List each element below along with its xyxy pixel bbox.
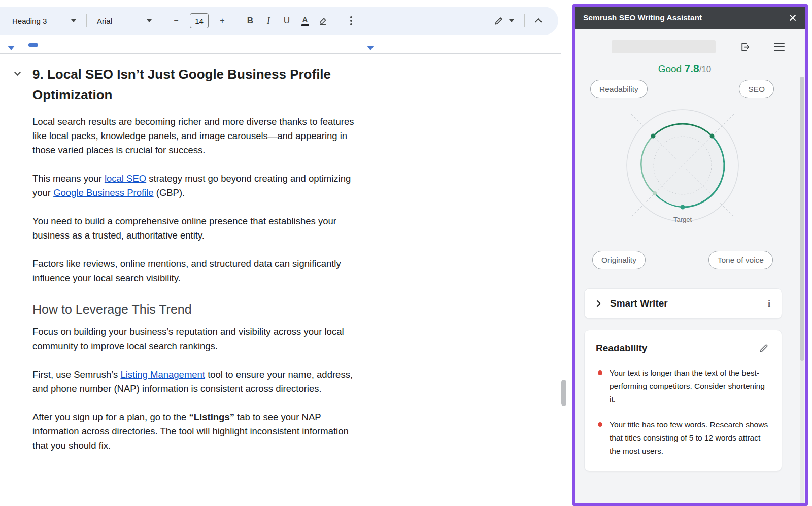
- pill-tone-of-voice[interactable]: Tone of voice: [708, 251, 773, 269]
- paragraph-style-value: Heading 3: [12, 17, 47, 25]
- panel-scrollbar[interactable]: [800, 77, 804, 506]
- readability-header: Readability: [596, 342, 770, 354]
- panel-top-row: [612, 40, 785, 53]
- bold-icon: B: [247, 16, 253, 26]
- doc-text: First, use Semrush’s: [32, 369, 120, 380]
- issue-dot-icon: [598, 422, 602, 427]
- chevron-up-icon: [535, 18, 542, 25]
- doc-paragraph: Local search results are becoming richer…: [32, 115, 365, 157]
- doc-link[interactable]: Google Business Profile: [53, 187, 153, 198]
- more-toolbar-options-button[interactable]: [343, 12, 360, 30]
- doc-paragraph: Focus on building your business’s reputa…: [32, 325, 365, 353]
- doc-paragraph: After you sign up for a plan, go to the …: [32, 410, 365, 453]
- bold-button[interactable]: B: [242, 12, 259, 30]
- doc-text: After you sign up for a plan, go to the: [32, 412, 189, 422]
- toolbar-divider: [524, 14, 525, 27]
- loading-placeholder: [612, 40, 716, 53]
- font-family-value: Arial: [97, 17, 112, 25]
- document-scrollbar-thumb[interactable]: [561, 380, 566, 406]
- smart-writer-title: Smart Writer: [610, 298, 766, 309]
- close-icon[interactable]: [788, 13, 797, 22]
- heading-row: 9. Local SEO Isn’t Just Google Business …: [32, 64, 365, 106]
- doc-text: How to Leverage This Trend: [32, 302, 192, 316]
- document-body: 9. Local SEO Isn’t Just Google Business …: [32, 64, 365, 467]
- doc-heading: 9. Local SEO Isn’t Just Google Business …: [32, 64, 365, 106]
- readability-issue: Your title has too few words. Research s…: [596, 418, 770, 458]
- toolbar-divider: [236, 14, 236, 27]
- left-indent-marker[interactable]: [8, 46, 15, 50]
- docs-toolbar: Heading 3 Arial − 14 + B I U A: [0, 7, 558, 35]
- google-docs-editor: Heading 3 Arial − 14 + B I U A: [0, 0, 572, 506]
- hide-menus-button[interactable]: [530, 12, 547, 30]
- pill-originality[interactable]: Originality: [592, 251, 646, 269]
- doc-paragraph: You need to build a comprehensive online…: [32, 214, 365, 243]
- right-indent-marker[interactable]: [367, 46, 374, 50]
- pencil-icon: [494, 16, 504, 26]
- doc-link[interactable]: local SEO: [105, 173, 146, 184]
- chevron-down-icon: [71, 19, 76, 22]
- doc-blocks: Local search results are becoming richer…: [32, 115, 365, 453]
- doc-text: This means your: [32, 173, 105, 184]
- underline-icon: U: [284, 16, 290, 26]
- score-gauge-zone: Readability SEO: [575, 80, 805, 271]
- screen: Heading 3 Arial − 14 + B I U A: [0, 0, 812, 506]
- italic-button[interactable]: I: [260, 12, 277, 30]
- panel-title: Semrush SEO Writing Assistant: [583, 13, 788, 22]
- panel-scrollbar-thumb[interactable]: [800, 77, 804, 361]
- document-scrollbar[interactable]: [561, 0, 567, 506]
- doc-paragraph: Factors like reviews, online mentions, a…: [32, 257, 365, 285]
- hamburger-menu-button[interactable]: [773, 41, 785, 53]
- first-line-indent-marker[interactable]: [28, 43, 38, 47]
- score-gauge-chart: Target: [619, 102, 746, 229]
- readability-card: Readability Your text is longer than the…: [584, 330, 782, 471]
- underline-button[interactable]: U: [278, 12, 295, 30]
- readability-title: Readability: [596, 343, 758, 354]
- doc-paragraph: This means your local SEO strategy must …: [32, 172, 365, 200]
- issue-text: Your text is longer than the text of the…: [610, 366, 770, 406]
- issue-text: Your title has too few words. Research s…: [610, 418, 770, 458]
- pill-seo[interactable]: SEO: [739, 80, 774, 98]
- heading-collapse-icon[interactable]: [14, 69, 21, 76]
- issue-dot-icon: [598, 370, 602, 375]
- font-size-input[interactable]: 14: [190, 13, 209, 28]
- panel-body: Good 7.8/10 Readability SEO: [575, 40, 805, 506]
- doc-paragraph: First, use Semrush’s Listing Management …: [32, 367, 365, 396]
- doc-text: You need to build a comprehensive online…: [32, 216, 336, 241]
- text-color-icon: A: [301, 16, 309, 26]
- more-options-icon: [350, 16, 352, 25]
- italic-icon: I: [267, 16, 270, 26]
- doc-link[interactable]: Listing Management: [120, 369, 205, 380]
- export-button[interactable]: [738, 41, 751, 53]
- highlighter-icon: [318, 16, 328, 26]
- chevron-right-icon: [594, 299, 603, 308]
- doc-text: “Listings”: [189, 412, 234, 422]
- highlight-color-button[interactable]: [315, 12, 332, 30]
- font-family-dropdown[interactable]: Arial: [92, 12, 157, 30]
- toolbar-divider: [337, 14, 337, 27]
- export-icon: [739, 42, 750, 52]
- section-divider: [575, 280, 805, 280]
- overall-score: Good 7.8/10: [575, 62, 805, 75]
- text-color-button[interactable]: A: [296, 12, 314, 30]
- smart-writer-card[interactable]: Smart Writer i: [584, 288, 782, 319]
- ruler-line: [0, 53, 561, 54]
- toolbar-divider: [86, 14, 87, 27]
- info-icon[interactable]: i: [766, 298, 772, 309]
- menu-icon: [774, 43, 785, 44]
- editing-mode-dropdown[interactable]: [489, 12, 519, 30]
- paragraph-style-dropdown[interactable]: Heading 3: [7, 12, 81, 30]
- chevron-down-icon: [147, 19, 152, 22]
- doc-subheading: How to Leverage This Trend: [32, 301, 365, 317]
- increase-font-size-button[interactable]: +: [214, 12, 231, 30]
- doc-text: Factors like reviews, online mentions, a…: [32, 258, 341, 283]
- score-value: 7.8: [684, 62, 699, 74]
- readability-issue: Your text is longer than the text of the…: [596, 366, 770, 406]
- decrease-font-size-button[interactable]: −: [167, 12, 185, 30]
- doc-text: Local search results are becoming richer…: [32, 116, 354, 155]
- panel-header: Semrush SEO Writing Assistant: [575, 7, 805, 29]
- doc-text: Focus on building your business’s reputa…: [32, 326, 344, 351]
- score-label: Good: [658, 63, 682, 74]
- pencil-icon: [759, 343, 769, 353]
- edit-readability-button[interactable]: [758, 342, 770, 354]
- pill-readability[interactable]: Readability: [590, 80, 648, 98]
